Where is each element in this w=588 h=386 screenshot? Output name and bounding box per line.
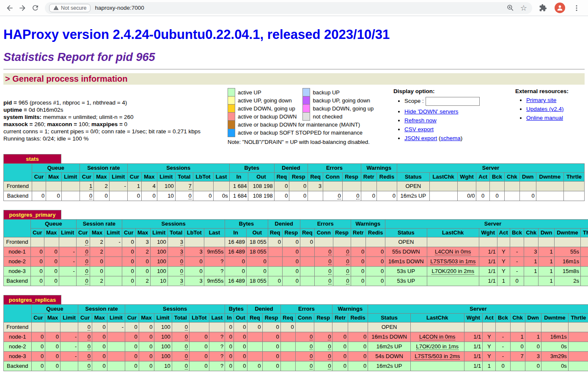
proxy-name-link[interactable]: postgres_replicas bbox=[9, 297, 56, 303]
proxy-section-stats: statsQueueSession rateSessionsBytesDenie… bbox=[3, 154, 585, 201]
process-info-line: pid = 965 (process #1, nbproc = 1, nbthr… bbox=[3, 99, 228, 106]
cell-dwntme: 16m1s bbox=[541, 332, 568, 342]
col-sess-limit: Limit bbox=[150, 228, 168, 237]
cell-q-limit bbox=[61, 191, 80, 201]
process-info: pid = 965 (process #1, nbproc = 1, nbthr… bbox=[3, 99, 228, 142]
back-icon[interactable] bbox=[3, 2, 16, 14]
proxy-name-link[interactable]: postgres_primary bbox=[9, 212, 56, 218]
cell-rate-max: 0 bbox=[92, 361, 107, 371]
general-info-row: pid = 965 (process #1, nbproc = 1, nbthr… bbox=[3, 88, 585, 145]
online-manual-link[interactable]: Online manual bbox=[526, 115, 563, 121]
bookmark-star-icon[interactable]: ☆ bbox=[520, 4, 527, 12]
cell-sess-max: 2 bbox=[135, 276, 150, 286]
cell-warn-retr bbox=[332, 322, 348, 332]
warning-icon bbox=[53, 5, 59, 11]
cell-lastchk bbox=[410, 361, 464, 371]
cell-q-max: 0 bbox=[45, 332, 60, 342]
col-sess-max: Max bbox=[139, 313, 154, 322]
legend-row: active or backup SOFT STOPPED for mainte… bbox=[228, 129, 380, 137]
cell-sess-cur: 0 bbox=[127, 191, 141, 201]
hide-down-servers-link[interactable]: Hide 'DOWN' servers bbox=[404, 108, 458, 115]
cell-err-resp: 0 bbox=[333, 276, 351, 286]
forward-icon[interactable] bbox=[16, 2, 29, 14]
cell-sess-last: ? bbox=[209, 361, 225, 371]
col-sess-cur: Cur bbox=[122, 228, 135, 237]
cell-q-limit: - bbox=[60, 332, 78, 342]
csv-export-link[interactable]: CSV export bbox=[404, 126, 434, 132]
col-chk: Chk bbox=[524, 228, 539, 237]
col-group-session-rate: Session rate bbox=[76, 219, 122, 228]
cell-denied-resp: 0 bbox=[282, 266, 300, 276]
cell-sess-limit: 10 bbox=[157, 191, 175, 201]
menu-kebab-icon[interactable] bbox=[573, 4, 580, 12]
col-group-sessions: Sessions bbox=[125, 304, 225, 313]
col-warn-redis: Redis bbox=[376, 172, 397, 181]
col-bytes-in: In bbox=[225, 228, 247, 237]
col-rate-limit: Limit bbox=[109, 172, 127, 181]
cell-err-req bbox=[280, 351, 295, 361]
cell-rate-limit bbox=[109, 191, 127, 201]
cell-q-cur: 0 bbox=[31, 351, 45, 361]
refresh-now-link[interactable]: Refresh now bbox=[404, 117, 437, 124]
cell-denied-resp: 0 bbox=[282, 247, 300, 256]
cell-err-conn: 0 bbox=[295, 342, 314, 351]
legend-label: active UP bbox=[235, 88, 303, 96]
cell-dwntme: 15m8s bbox=[554, 266, 580, 276]
address-bar[interactable]: Not secure haproxy-node:7000 ☆ bbox=[45, 2, 532, 14]
cell-sess-last: 9m55s bbox=[204, 247, 225, 256]
legend-swatch bbox=[303, 96, 310, 105]
cell-thrtle bbox=[581, 256, 588, 266]
cell-act bbox=[476, 181, 490, 191]
updates-link[interactable]: Updates (v2.4) bbox=[526, 106, 564, 112]
json-export-link[interactable]: JSON export bbox=[404, 135, 437, 141]
row-label: Frontend bbox=[4, 181, 32, 191]
cell-warn-redis bbox=[376, 181, 397, 191]
reload-icon[interactable] bbox=[29, 2, 41, 14]
cell-q-limit: - bbox=[59, 256, 76, 266]
col-err-resp: Resp bbox=[342, 172, 361, 181]
proxy-name-link[interactable]: stats bbox=[26, 156, 38, 162]
legend-label: not checked bbox=[310, 113, 379, 121]
cell-status: OPEN bbox=[368, 322, 411, 332]
cell-status: 53s UP bbox=[385, 276, 427, 286]
cell-act: Y bbox=[483, 332, 496, 342]
cell-sess-lbtot bbox=[184, 237, 204, 247]
extensions-icon[interactable] bbox=[539, 4, 547, 12]
security-chip[interactable]: Not secure bbox=[49, 4, 91, 12]
scope-input[interactable] bbox=[426, 97, 480, 106]
cell-bytes-out: 18 055 bbox=[247, 276, 268, 286]
col-denied-req: Req bbox=[247, 313, 262, 322]
cell-rate-max: 0 bbox=[92, 322, 107, 332]
col-lastchk: LastChk bbox=[427, 228, 479, 237]
profile-avatar[interactable] bbox=[555, 3, 565, 13]
col-sess-last: Last bbox=[213, 172, 229, 181]
col-chk: Chk bbox=[505, 172, 520, 181]
zoom-icon[interactable] bbox=[506, 4, 514, 12]
col-group-sessions: Sessions bbox=[127, 163, 229, 172]
cell-q-max: 0 bbox=[45, 342, 60, 351]
cell-sess-total: 0 bbox=[172, 332, 189, 342]
cell-q-max bbox=[44, 237, 59, 247]
scope-label: Scope : bbox=[404, 98, 426, 104]
col-bytes-in: In bbox=[225, 313, 234, 322]
cell-thrtle bbox=[581, 247, 588, 256]
primary-site-link[interactable]: Primary site bbox=[526, 97, 556, 103]
col-warn-retr: Retr bbox=[361, 172, 376, 181]
cell-wght bbox=[479, 237, 497, 247]
col-sess-max: Max bbox=[142, 172, 157, 181]
cell-err-resp: 0 bbox=[333, 256, 351, 266]
url-text[interactable]: haproxy-node:7000 bbox=[95, 5, 506, 11]
option-item: Refresh now bbox=[404, 117, 515, 124]
cell-act: 1 bbox=[483, 361, 496, 371]
cell-warn-retr: 0 bbox=[332, 351, 348, 361]
col-sess-cur: Cur bbox=[125, 313, 139, 322]
col-rate-max: Max bbox=[92, 313, 107, 322]
cell-sess-last bbox=[213, 181, 229, 191]
cell-act bbox=[483, 322, 496, 332]
cell-act: 0 bbox=[476, 191, 490, 201]
col-sess-limit: Limit bbox=[154, 313, 172, 322]
cell-q-cur: 0 bbox=[30, 276, 44, 286]
haproxy-version-link[interactable]: HAProxy version 2.4.24-0ubuntu0.22.04.1,… bbox=[3, 27, 390, 42]
cell-rate-limit bbox=[104, 276, 122, 286]
schema-link[interactable]: schema bbox=[441, 135, 461, 141]
